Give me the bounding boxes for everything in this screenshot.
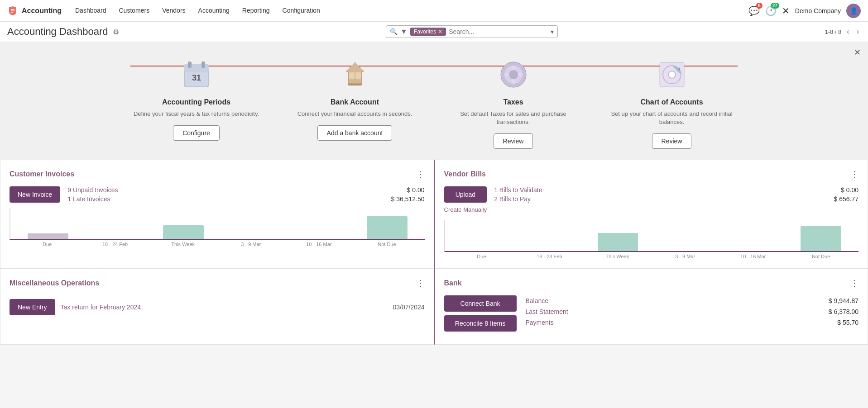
late-invoices-link[interactable]: 1 Late Invoices	[67, 195, 110, 203]
nav-vendors[interactable]: Vendors	[156, 0, 192, 22]
onboarding-step-chart: ↺ Chart of Accounts Set up your chart of…	[602, 57, 742, 149]
onboarding-step-periods: 31 Accounting Periods Define your fiscal…	[127, 57, 266, 141]
vbar-this-week-bar	[598, 233, 638, 251]
vendor-bills-chart: Due 18 - 24 Feb This Week 3 - 9 Mar 10 -…	[444, 220, 859, 259]
vchart-label-3-9: 3 - 9 Mar	[651, 254, 719, 259]
clock-button[interactable]: 🕐 27	[765, 5, 777, 16]
chat-button[interactable]: 💬 6	[748, 5, 760, 16]
svg-point-15	[511, 66, 516, 70]
last-statement-label: Last Statement	[526, 308, 568, 315]
validate-bills-row: 1 Bills to Validate $ 0.00	[494, 186, 858, 194]
bank-header: Bank ⋮	[444, 278, 859, 288]
customer-invoices-chart-labels: Due 18 - 24 Feb This Week 3 - 9 Mar 10 -…	[10, 242, 425, 247]
payments-row: Payments $ 55.70	[526, 317, 859, 328]
review-chart-button[interactable]: Review	[652, 133, 692, 149]
payments-amount: $ 55.70	[837, 319, 858, 326]
last-statement-amount: $ 6,378.00	[829, 308, 858, 315]
unpaid-invoices-amount: $ 0.00	[407, 186, 425, 194]
last-statement-row: Last Statement $ 6,378.00	[526, 306, 859, 317]
late-invoices-row: 1 Late Invoices $ 36,512.50	[67, 195, 424, 203]
pagination-text: 1-8 / 8	[825, 28, 841, 35]
review-taxes-button[interactable]: Review	[494, 133, 533, 149]
nav-reporting[interactable]: Reporting	[236, 0, 276, 22]
customer-invoices-bar-chart	[10, 208, 425, 240]
onboarding-banner: ✕ 31 Accounting Periods Define your fisc…	[0, 42, 868, 160]
onboarding-steps: 31 Accounting Periods Define your fiscal…	[117, 57, 751, 149]
chart-label-this-week: This Week	[149, 242, 217, 247]
svg-point-14	[509, 70, 518, 79]
bar-this-week	[150, 225, 218, 239]
customer-invoices-stats: 9 Unpaid Invoices $ 0.00 1 Late Invoices…	[67, 186, 424, 203]
step-bank-desc: Connect your financial accounts in secon…	[297, 110, 412, 118]
add-bank-account-button[interactable]: Add a bank account	[317, 125, 393, 141]
bank-card: Bank ⋮ Connect Bank Reconcile 8 Items Ba…	[434, 269, 868, 345]
vchart-label-not-due: Not Due	[787, 254, 855, 259]
svg-marker-8	[346, 62, 364, 84]
customer-invoices-menu-icon[interactable]: ⋮	[417, 169, 425, 179]
chart-label-due: Due	[13, 242, 81, 247]
nav-accounting[interactable]: Accounting	[192, 0, 236, 22]
page-title: Accounting Dashboard	[7, 26, 108, 38]
connect-bank-button[interactable]: Connect Bank	[444, 295, 517, 312]
nav-customers[interactable]: Customers	[113, 0, 156, 22]
unpaid-invoices-row: 9 Unpaid Invoices $ 0.00	[67, 186, 424, 194]
chart-of-accounts-icon: ↺	[654, 57, 690, 93]
avatar-icon: 👤	[850, 7, 858, 14]
reconcile-button[interactable]: Reconcile 8 Items	[444, 315, 517, 332]
bank-title: Bank	[444, 279, 462, 287]
svg-point-17	[504, 72, 509, 77]
close-banner-button[interactable]: ✕	[854, 47, 861, 57]
chart-label-not-due: Not Due	[353, 242, 421, 247]
balance-label: Balance	[526, 297, 549, 304]
settings-gear-icon[interactable]: ⚙	[113, 28, 119, 36]
search-dropdown-icon[interactable]: ▾	[551, 28, 554, 35]
step-chart-title: Chart of Accounts	[640, 98, 703, 106]
filter-icon: ▼	[400, 28, 408, 36]
pay-bills-link[interactable]: 2 Bills to Pay	[494, 195, 531, 203]
validate-bills-link[interactable]: 1 Bills to Validate	[494, 186, 542, 194]
vendor-bills-menu-icon[interactable]: ⋮	[850, 169, 858, 179]
avatar[interactable]: 👤	[846, 4, 861, 18]
settings-button[interactable]: ✕	[782, 5, 790, 16]
pagination-info: 1-8 / 8 ‹ ›	[825, 26, 861, 38]
vbar-not-due	[787, 226, 855, 251]
chart-label-18-24: 18 - 24 Feb	[81, 242, 149, 247]
misc-operations-menu-icon[interactable]: ⋮	[417, 278, 425, 288]
create-manually-link[interactable]: Create Manually	[444, 204, 487, 215]
step-periods-title: Accounting Periods	[162, 98, 230, 106]
vendor-bills-chart-labels: Due 18 - 24 Feb This Week 3 - 9 Mar 10 -…	[444, 254, 859, 259]
bank-buttons: Connect Bank Reconcile 8 Items	[444, 295, 517, 335]
customer-invoices-chart: Due 18 - 24 Feb This Week 3 - 9 Mar 10 -…	[10, 208, 425, 247]
vendor-btn-group: Upload Create Manually	[444, 186, 487, 215]
new-invoice-button[interactable]: New Invoice	[10, 186, 60, 203]
next-page-button[interactable]: ›	[855, 26, 861, 38]
configure-button[interactable]: Configure	[173, 125, 220, 141]
misc-operations-title: Miscellaneous Operations	[10, 279, 99, 287]
nav-configuration[interactable]: Configuration	[276, 0, 326, 22]
svg-text:31: 31	[192, 73, 201, 82]
filter-remove-icon[interactable]: ✕	[438, 28, 442, 35]
vendor-bills-header: Vendor Bills ⋮	[444, 169, 859, 179]
chart-label-10-16: 10 - 16 Mar	[285, 242, 353, 247]
svg-rect-10	[355, 72, 361, 79]
nav-dashboard[interactable]: Dashboard	[69, 0, 113, 22]
bank-menu-icon[interactable]: ⋮	[850, 278, 858, 288]
search-input[interactable]	[449, 28, 548, 35]
svg-text:↺: ↺	[677, 67, 681, 71]
prev-page-button[interactable]: ‹	[845, 26, 851, 38]
new-entry-button[interactable]: New Entry	[10, 299, 55, 315]
favorites-filter-tag[interactable]: Favorites ✕	[410, 28, 446, 36]
unpaid-invoices-link[interactable]: 9 Unpaid Invoices	[67, 186, 118, 194]
svg-point-21	[668, 71, 676, 78]
vchart-label-this-week: This Week	[583, 254, 651, 259]
vendor-bills-actions: Upload Create Manually 1 Bills to Valida…	[444, 186, 859, 215]
svg-rect-11	[348, 84, 362, 85]
svg-rect-5	[188, 62, 192, 68]
svg-point-16	[511, 79, 516, 84]
upload-button[interactable]: Upload	[444, 186, 487, 203]
svg-rect-9	[349, 72, 355, 79]
vchart-label-18-24: 18 - 24 Feb	[515, 254, 583, 259]
tax-return-link[interactable]: Tax return for February 2024	[61, 304, 388, 311]
app-brand[interactable]: Accounting	[7, 5, 62, 16]
late-invoices-amount: $ 36,512.50	[391, 195, 425, 203]
